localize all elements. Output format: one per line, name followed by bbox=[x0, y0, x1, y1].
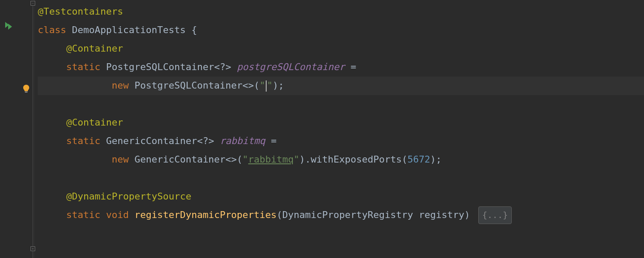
code-line: @Container bbox=[38, 114, 644, 132]
svg-rect-0 bbox=[25, 92, 27, 92]
method-call: .withExposedPorts( bbox=[305, 150, 407, 169]
keyword-new: new bbox=[112, 77, 129, 95]
code-line: @DynamicPropertySource bbox=[38, 187, 644, 206]
fold-guide-line bbox=[33, 4, 33, 258]
keyword-new: new bbox=[112, 150, 129, 169]
string-quote: " bbox=[267, 77, 273, 95]
generic: <?> bbox=[197, 132, 220, 150]
close-paren: ) bbox=[299, 150, 305, 169]
param-type: DynamicPropertyRegistry bbox=[283, 206, 413, 224]
brace: { bbox=[185, 21, 197, 40]
keyword-static: static bbox=[66, 132, 100, 150]
code-line-current: new PostgreSQLContainer<>(""); bbox=[38, 77, 644, 95]
string-rabbitmq: rabbitmq bbox=[248, 150, 294, 169]
field-rabbitmq: rabbitmq bbox=[220, 132, 265, 150]
folded-code-region[interactable]: {...} bbox=[478, 206, 512, 224]
code-line: static GenericContainer<?> rabbitmq = bbox=[38, 132, 644, 150]
close-semi: ); bbox=[430, 150, 442, 169]
annotation-testcontainers: @Testcontainers bbox=[38, 3, 123, 21]
keyword-void: void bbox=[106, 206, 129, 224]
code-line: static void registerDynamicProperties(Dy… bbox=[38, 206, 644, 224]
space bbox=[66, 21, 72, 40]
class-name: DemoApplicationTests bbox=[72, 21, 185, 40]
constructor-postgresql: PostgreSQLContainer bbox=[134, 77, 243, 95]
string-quote: " bbox=[294, 150, 299, 169]
generic-open: <>( bbox=[243, 77, 260, 95]
generic-open: <>( bbox=[225, 150, 243, 169]
annotation-container: @Container bbox=[66, 40, 123, 58]
editor-gutter: − + bbox=[0, 0, 34, 258]
text-caret bbox=[266, 80, 267, 92]
equals: = bbox=[265, 132, 277, 150]
run-test-icon[interactable] bbox=[3, 21, 14, 31]
constructor-generic: GenericContainer bbox=[134, 150, 225, 169]
number-port: 5672 bbox=[407, 150, 430, 169]
code-line: @Testcontainers bbox=[38, 3, 644, 21]
keyword-static: static bbox=[66, 206, 100, 224]
annotation-container: @Container bbox=[66, 114, 123, 132]
code-line-blank bbox=[38, 169, 644, 187]
keyword-class: class bbox=[38, 21, 66, 40]
code-line: @Container bbox=[38, 40, 644, 58]
param-name: registry bbox=[413, 206, 464, 224]
paren-open: ( bbox=[276, 206, 282, 224]
string-quote: " bbox=[243, 150, 248, 169]
string-quote: " bbox=[260, 77, 265, 95]
type-generic-container: GenericContainer bbox=[106, 132, 197, 150]
code-line-blank bbox=[38, 95, 644, 114]
equals: = bbox=[345, 58, 356, 77]
method-register-dynamic-properties: registerDynamicProperties bbox=[134, 206, 276, 224]
field-postgresql: postgreSQLContainer bbox=[237, 58, 345, 77]
code-line: static PostgreSQLContainer<?> postgreSQL… bbox=[38, 58, 644, 77]
code-line: class DemoApplicationTests { bbox=[38, 21, 644, 40]
code-editor[interactable]: @Testcontainers class DemoApplicationTes… bbox=[34, 0, 644, 258]
generic: <?> bbox=[214, 58, 237, 77]
intention-bulb-icon[interactable] bbox=[21, 84, 31, 93]
annotation-dynamic-property-source: @DynamicPropertySource bbox=[66, 187, 191, 206]
close-semi: ); bbox=[273, 77, 284, 95]
type-postgresql: PostgreSQLContainer bbox=[106, 58, 214, 77]
paren-close: ) bbox=[464, 206, 476, 224]
code-line: new GenericContainer<>("rabbitmq").withE… bbox=[38, 150, 644, 169]
keyword-static: static bbox=[66, 58, 100, 77]
